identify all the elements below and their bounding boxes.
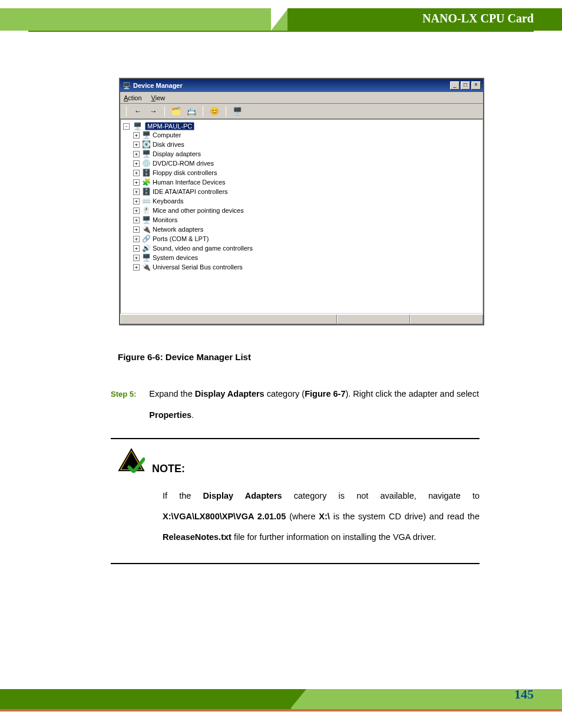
tree-item[interactable]: +🖥️Computer bbox=[133, 130, 480, 140]
tree-root[interactable]: - 🖥️ MPM-PAUL-PC bbox=[123, 122, 480, 130]
tree-item[interactable]: +🔌Universal Serial Bus controllers bbox=[133, 262, 480, 272]
titlebar: 🖥️ Device Manager _ □ × bbox=[120, 79, 483, 92]
minimize-button[interactable]: _ bbox=[450, 81, 459, 90]
t: file for further information on installi… bbox=[232, 532, 436, 542]
device-label: Sound, video and game controllers bbox=[153, 243, 253, 253]
tree-item[interactable]: +💽Disk drives bbox=[133, 140, 480, 149]
t: category ( bbox=[265, 389, 305, 398]
step-body: Expand the Display Adapters category (Fi… bbox=[149, 383, 480, 426]
menu-action[interactable]: Action bbox=[124, 94, 142, 101]
window-buttons: _ □ × bbox=[450, 81, 481, 90]
device-manager-window: 🖥️ Device Manager _ □ × Action View ← → … bbox=[119, 78, 484, 325]
t: category is not available, navigate to bbox=[282, 491, 480, 500]
device-label: Display adapters bbox=[153, 149, 201, 159]
device-label: System devices bbox=[153, 253, 198, 262]
toolbar-button[interactable]: 📇 bbox=[185, 106, 198, 117]
close-button[interactable]: × bbox=[471, 81, 481, 90]
device-icon: 💿 bbox=[141, 159, 151, 167]
expand-icon[interactable]: + bbox=[133, 141, 140, 148]
t: . bbox=[191, 410, 194, 420]
device-label: DVD/CD-ROM drives bbox=[153, 159, 214, 168]
note-block: NOTE: If the Display Adapters category i… bbox=[118, 448, 480, 547]
device-label: Computer bbox=[153, 130, 181, 140]
header-dark: NANO-LX CPU Card bbox=[287, 8, 562, 31]
t: X:\ bbox=[319, 512, 330, 521]
back-button[interactable]: ← bbox=[131, 106, 144, 117]
expand-icon[interactable]: + bbox=[133, 207, 140, 214]
expand-icon[interactable]: + bbox=[133, 245, 140, 252]
app-icon: 🖥️ bbox=[123, 82, 131, 90]
expand-icon[interactable]: + bbox=[133, 217, 140, 223]
device-icon: 🖱️ bbox=[141, 206, 151, 215]
toolbar-button[interactable]: 😊 bbox=[208, 106, 221, 117]
rule bbox=[111, 563, 480, 564]
tree-item[interactable]: +🗄️IDE ATA/ATAPI controllers bbox=[133, 187, 480, 196]
tree-item[interactable]: +🖥️System devices bbox=[133, 253, 480, 262]
footer-dark bbox=[0, 689, 291, 709]
statusbar bbox=[120, 314, 483, 324]
device-label: Disk drives bbox=[153, 140, 184, 149]
figure-caption: Figure 6-6: Device Manager List bbox=[118, 352, 251, 362]
rule bbox=[111, 438, 480, 439]
toolbar-button[interactable]: 🖥️ bbox=[231, 106, 244, 117]
tree-item[interactable]: +🧩Human Interface Devices bbox=[133, 177, 480, 187]
t: If the bbox=[163, 491, 203, 500]
device-label: Floppy disk controllers bbox=[153, 168, 217, 177]
page-number: 145 bbox=[514, 687, 534, 702]
expand-icon[interactable]: + bbox=[133, 236, 140, 242]
device-label: Universal Serial Bus controllers bbox=[153, 262, 243, 272]
footer-slash bbox=[290, 689, 306, 709]
forward-button[interactable]: → bbox=[147, 106, 160, 117]
expand-icon[interactable]: + bbox=[133, 160, 140, 167]
warning-check-icon bbox=[118, 448, 145, 475]
device-label: Keyboards bbox=[153, 196, 184, 206]
note-body: If the Display Adapters category is not … bbox=[163, 486, 480, 547]
tree-item[interactable]: +🖥️Display adapters bbox=[133, 149, 480, 159]
t: (where bbox=[286, 512, 319, 521]
expand-icon[interactable]: + bbox=[133, 179, 140, 186]
tree-item[interactable]: +🔗Ports (COM & LPT) bbox=[133, 234, 480, 243]
t: Expand the bbox=[149, 389, 194, 398]
tree-item[interactable]: +🖱️Mice and other pointing devices bbox=[133, 206, 480, 215]
footer-redline bbox=[0, 709, 562, 711]
device-label: IDE ATA/ATAPI controllers bbox=[153, 187, 228, 196]
device-tree: - 🖥️ MPM-PAUL-PC +🖥️Computer+💽Disk drive… bbox=[120, 119, 483, 314]
t: Display Adapters bbox=[195, 389, 265, 398]
tree-item[interactable]: +💿DVD/CD-ROM drives bbox=[133, 159, 480, 168]
t: is the system CD drive) and read the bbox=[330, 512, 480, 521]
device-label: Ports (COM & LPT) bbox=[153, 234, 209, 243]
expand-icon[interactable]: + bbox=[133, 170, 140, 176]
expand-icon[interactable]: + bbox=[133, 198, 140, 205]
collapse-icon[interactable]: - bbox=[123, 123, 130, 130]
maximize-button[interactable]: □ bbox=[461, 81, 470, 90]
note-head: NOTE: bbox=[118, 448, 480, 475]
expand-icon[interactable]: + bbox=[133, 226, 140, 233]
device-icon: 🗄️ bbox=[141, 169, 151, 177]
doc-title: NANO-LX CPU Card bbox=[422, 12, 534, 25]
tree-item[interactable]: +🖥️Monitors bbox=[133, 215, 480, 225]
step-row: Step 5: Expand the Display Adapters cate… bbox=[111, 383, 480, 426]
device-icon: 🧩 bbox=[141, 178, 151, 186]
device-icon: 💽 bbox=[141, 140, 151, 149]
expand-icon[interactable]: + bbox=[133, 132, 140, 139]
window-title: Device Manager bbox=[133, 82, 448, 89]
toolbar-button[interactable]: 🗂️ bbox=[170, 106, 183, 117]
expand-icon[interactable]: + bbox=[133, 151, 140, 157]
menu-view[interactable]: View bbox=[151, 94, 166, 101]
device-label: Human Interface Devices bbox=[153, 177, 226, 187]
tree-item[interactable]: +🔌Network adapters bbox=[133, 225, 480, 234]
device-icon: 🔌 bbox=[141, 263, 151, 271]
toolbar-separator bbox=[164, 106, 165, 117]
tree-item[interactable]: +⌨️Keyboards bbox=[133, 196, 480, 206]
device-icon: 🔗 bbox=[141, 235, 151, 243]
toolbar-separator bbox=[226, 106, 226, 117]
menubar: Action View bbox=[120, 92, 483, 104]
expand-icon[interactable]: + bbox=[133, 264, 140, 271]
tree-item[interactable]: +🗄️Floppy disk controllers bbox=[133, 168, 480, 177]
expand-icon[interactable]: + bbox=[133, 189, 140, 195]
tree-item[interactable]: +🔊Sound, video and game controllers bbox=[133, 243, 480, 253]
toolbar: ← → 🗂️ 📇 😊 🖥️ bbox=[120, 104, 483, 119]
expand-icon[interactable]: + bbox=[133, 255, 140, 261]
header-underline bbox=[28, 31, 534, 32]
device-icon: ⌨️ bbox=[141, 197, 151, 205]
